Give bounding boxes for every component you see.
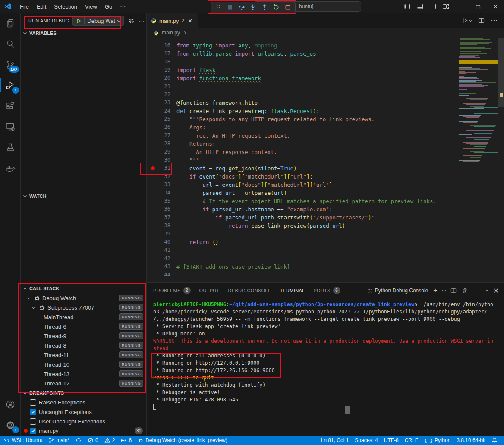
gutter[interactable] (147, 271, 159, 279)
restart-icon[interactable] (272, 3, 280, 12)
status-error[interactable]: 0 (85, 436, 101, 445)
close-button[interactable]: ✕ (487, 0, 504, 13)
toggle-panel-icon[interactable] (413, 0, 426, 13)
checkbox[interactable] (30, 399, 36, 406)
gutter[interactable] (147, 197, 159, 205)
terminal-scrollbar-thumb[interactable] (345, 406, 350, 414)
code-line[interactable]: 25 """Responds to any HTTP request relat… (147, 115, 504, 123)
terminal-output[interactable]: pierrick@LAPTOP-HKU5PNNG:~/git/add-ons-s… (147, 298, 504, 411)
code-line[interactable]: 38 return case_link_preview(parsed_url) (147, 222, 504, 230)
call-stack-row[interactable]: Thread-8RUNNING (21, 341, 146, 350)
status-crlf[interactable]: CRLF (402, 436, 421, 445)
status-bell[interactable] (488, 436, 501, 445)
gutter[interactable] (147, 148, 159, 156)
checkbox[interactable] (30, 428, 36, 434)
status-branch[interactable]: main* (45, 436, 72, 445)
gutter[interactable] (147, 181, 159, 189)
stop-icon[interactable] (284, 3, 292, 12)
menu-go[interactable]: Go (101, 2, 116, 11)
panel-tab-output[interactable]: OUTPUT (199, 283, 220, 298)
code-line[interactable]: 21 (147, 82, 504, 91)
checkbox[interactable] (30, 418, 36, 425)
call-stack-row[interactable]: Thread-6RUNNING (21, 322, 146, 331)
gutter[interactable] (147, 172, 159, 181)
code-line[interactable]: 42 (147, 254, 504, 263)
gutter[interactable] (147, 189, 159, 197)
customize-layout-icon[interactable] (439, 0, 452, 13)
gutter[interactable] (147, 246, 159, 254)
gutter[interactable] (147, 222, 159, 230)
checkbox[interactable] (30, 409, 36, 415)
kill-terminal-icon[interactable] (462, 288, 468, 294)
status-utf-8[interactable]: UTF-8 (381, 436, 402, 445)
pause-icon[interactable] (226, 3, 234, 12)
code-line[interactable]: 16from typing import Any, Mapping (147, 41, 504, 50)
call-stack-row[interactable]: Thread-9RUNNING (21, 331, 146, 341)
debug-config-dropdown[interactable]: Debug Wat (72, 16, 124, 26)
toggle-sidebar-icon[interactable] (400, 0, 413, 13)
code-line[interactable]: 28 Returns: (147, 140, 504, 148)
gutter[interactable] (147, 205, 159, 213)
code-line[interactable]: 43# [START add_ons_case_preview_link] (147, 263, 504, 271)
activity-docker-icon[interactable] (0, 158, 21, 179)
step-out-icon[interactable] (260, 3, 269, 12)
gutter[interactable] (147, 66, 159, 74)
gutter[interactable] (147, 41, 159, 50)
code-line[interactable]: 37 if parsed_url.path.startswith("/suppo… (147, 213, 504, 222)
gutter[interactable] (147, 140, 159, 148)
run-python-file-button[interactable] (463, 18, 472, 23)
call-stack-section-header[interactable]: CALL STACK (21, 284, 146, 293)
code-line[interactable]: 34 parsed_url = urlparse(url) (147, 189, 504, 197)
code-line[interactable]: 31 event = req.get_json(silent=True) (147, 164, 504, 172)
code-line[interactable]: 22 (147, 91, 504, 99)
code-line[interactable]: 41 (147, 246, 504, 254)
code-line[interactable]: 35 # If the event object URL matches a s… (147, 197, 504, 205)
gutter[interactable] (147, 156, 159, 164)
code-line[interactable]: 30 """ (147, 156, 504, 164)
gutter[interactable] (147, 254, 159, 263)
code-line[interactable]: 40 return {} (147, 238, 504, 246)
toggle-secondary-sidebar-icon[interactable] (426, 0, 439, 13)
code-line[interactable]: 20import functions_framework (147, 74, 504, 82)
breadcrumb-item[interactable]: … (189, 30, 194, 36)
breakpoint-row[interactable]: main.py31 (21, 426, 146, 436)
status-broadcast[interactable]: 6 (118, 436, 135, 445)
tab-close-icon[interactable]: ✕ (188, 18, 192, 24)
gutter[interactable] (147, 164, 159, 172)
status-sync[interactable] (72, 436, 85, 445)
menu-file[interactable]: File (16, 2, 33, 11)
gutter[interactable] (147, 123, 159, 132)
code-line[interactable]: 44 (147, 271, 504, 279)
maximize-button[interactable]: ▢ (469, 0, 487, 13)
code-line[interactable]: 24def create_link_preview(req: flask.Req… (147, 107, 504, 115)
code-line[interactable]: 33 url = event["docs"]["matchedUrl"]["ur… (147, 181, 504, 189)
activity-search-icon[interactable] (0, 34, 21, 54)
variables-section-header[interactable]: VARIABLES (21, 28, 146, 38)
call-stack-row[interactable]: Thread-12RUNNING (21, 379, 146, 388)
activity-explorer-icon[interactable] (0, 13, 21, 34)
gutter[interactable] (147, 50, 159, 58)
code-line[interactable]: 26 Args: (147, 123, 504, 132)
call-stack-row[interactable]: MainThreadRUNNING (21, 312, 146, 322)
breakpoints-section-header[interactable]: BREAKPOINTS (21, 388, 146, 398)
call-stack-row[interactable]: Thread-11RUNNING (21, 350, 146, 360)
activity-remote-explorer-icon[interactable] (0, 116, 21, 137)
code-line[interactable]: 19import flask (147, 66, 504, 74)
code-line[interactable]: 36 if parsed_url.hostname == "example.co… (147, 205, 504, 213)
minimap[interactable] (458, 38, 498, 271)
status-spaces-4[interactable]: Spaces: 4 (352, 436, 381, 445)
code-line[interactable]: 29 An HTTP response context. (147, 148, 504, 156)
menu-selection[interactable]: Selection (50, 2, 81, 11)
panel-tab-problems[interactable]: PROBLEMS2 (153, 283, 191, 298)
breakpoint-row[interactable]: User Uncaught Exceptions (21, 417, 146, 426)
step-over-icon[interactable] (237, 3, 246, 12)
code-line[interactable]: 27 req: An HTTP request context. (147, 132, 504, 140)
activity-settings-icon[interactable]: 1 (0, 415, 21, 436)
activity-run-and-debug-icon[interactable]: 1 (0, 75, 21, 96)
activity-testing-icon[interactable] (0, 137, 21, 158)
editor-more-actions-icon[interactable]: ⋯ (491, 16, 498, 25)
gutter[interactable] (147, 132, 159, 140)
gutter[interactable] (147, 115, 159, 123)
code-area[interactable]: 16from typing import Any, Mapping17from … (147, 38, 504, 279)
gutter[interactable] (147, 82, 159, 91)
